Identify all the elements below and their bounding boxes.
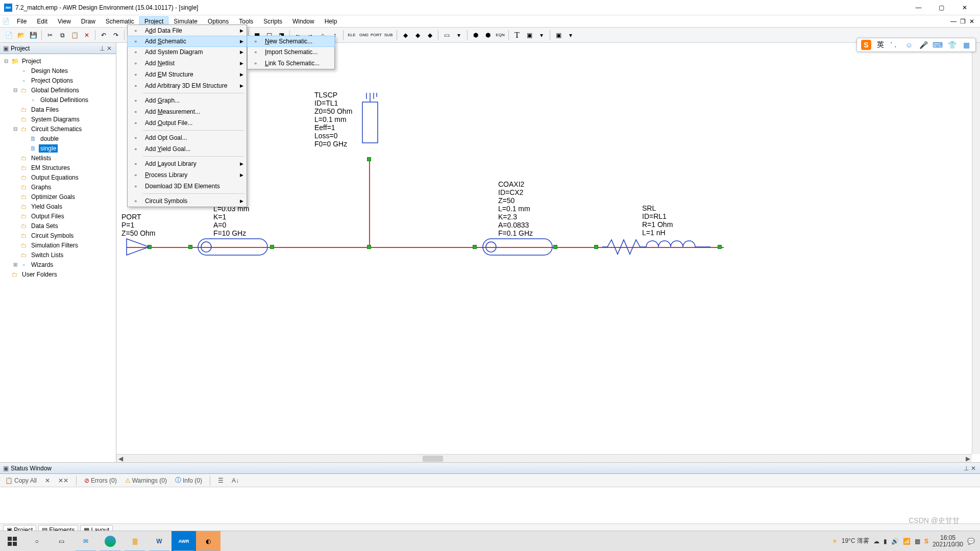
tree-node-output-files[interactable]: 🗀Output Files — [0, 211, 116, 221]
text-button[interactable]: T — [511, 30, 523, 41]
ime-logo-icon[interactable]: S — [861, 40, 871, 50]
close-button[interactable]: ✕ — [953, 0, 976, 15]
toolbar-icon[interactable]: ▾ — [565, 30, 576, 41]
menu-item-add-yield-goal-[interactable]: ▫Add Yield Goal... — [128, 143, 247, 155]
tree-node-netlists[interactable]: 🗀Netlists — [0, 153, 116, 163]
menu-item-add-measurement-[interactable]: ▫Add Measurement... — [128, 106, 247, 117]
tray-wifi-icon[interactable]: 📶 — [903, 538, 911, 545]
tree-node-switch-lists[interactable]: 🗀Switch Lists — [0, 250, 116, 260]
toolbar-icon[interactable]: GND — [358, 30, 370, 41]
cut-button[interactable]: ✂ — [44, 30, 56, 41]
menu-edit[interactable]: Edit — [32, 16, 53, 27]
menu-item-process-library[interactable]: ▫Process Library▶ — [128, 169, 247, 181]
sort-button[interactable]: A↓ — [230, 476, 241, 485]
minimize-button[interactable]: — — [907, 0, 930, 15]
toolbar-icon[interactable]: ▣ — [524, 30, 535, 41]
maximize-button[interactable]: ▢ — [930, 0, 953, 15]
start-button[interactable] — [0, 531, 24, 552]
menu-item-add-em-structure[interactable]: ▫Add EM Structure▶ — [128, 69, 247, 80]
vertical-scrollbar[interactable] — [972, 43, 980, 454]
expand-icon[interactable]: ⊟ — [3, 58, 9, 64]
tree-node-double[interactable]: 🗎double — [0, 134, 116, 143]
menu-item-import-schematic-[interactable]: ▫Import Schematic... — [248, 46, 334, 58]
menu-item-link-to-schematic-[interactable]: ▫Link To Schematic... — [248, 58, 334, 69]
menu-item-add-output-file-[interactable]: ▫Add Output File... — [128, 117, 247, 129]
mdi-minimize-icon[interactable]: — — [949, 18, 958, 25]
toolbar-icon[interactable]: ▾ — [536, 30, 547, 41]
mdi-close-icon[interactable]: ✕ — [968, 18, 976, 25]
tree-node-project-options[interactable]: ▫Project Options — [0, 76, 116, 85]
node[interactable] — [594, 245, 598, 249]
search-button[interactable]: ○ — [24, 531, 49, 552]
ime-keyboard-icon[interactable]: ⌨ — [933, 40, 943, 50]
menu-item-add-graph-[interactable]: ▫Add Graph... — [128, 95, 247, 106]
taskbar-explorer[interactable]: ▇ — [122, 531, 147, 552]
node[interactable] — [367, 245, 371, 249]
tree-node-wizards[interactable]: ⊞▫Wizards — [0, 260, 116, 269]
toolbar-icon[interactable]: ◆ — [412, 30, 423, 41]
expand-icon[interactable]: ⊞ — [12, 262, 18, 267]
tree-node-graphs[interactable]: 🗀Graphs — [0, 182, 116, 192]
menu-help[interactable]: Help — [320, 16, 342, 27]
tree-node-circuit-schematics[interactable]: ⊟🗀Circuit Schematics — [0, 124, 116, 134]
node[interactable] — [188, 245, 192, 249]
menu-file[interactable]: File — [12, 16, 32, 27]
toolbar-icon[interactable]: PORT — [371, 30, 382, 41]
coax1-component[interactable] — [197, 238, 268, 256]
toolbar-icon[interactable]: ▾ — [453, 30, 464, 41]
project-tree[interactable]: ⊟📁Project▫Design Notes▫Project Options⊟🗀… — [0, 54, 116, 462]
ime-punct-icon[interactable]: '， — [890, 40, 900, 50]
ime-emoji-icon[interactable]: ☺ — [904, 40, 914, 50]
toolbar-icon[interactable]: ⬢ — [470, 30, 481, 41]
scroll-right-icon[interactable]: ▶ — [964, 455, 972, 462]
tree-node-em-structures[interactable]: 🗀EM Structures — [0, 163, 116, 172]
taskbar-mail[interactable]: ✉ — [74, 531, 98, 552]
port-component[interactable] — [126, 238, 151, 256]
copy-all-button[interactable]: 📋 Copy All — [3, 476, 39, 485]
menu-item-new-schematic-[interactable]: ▫New Schematic... — [247, 36, 335, 47]
menu-scripts[interactable]: Scripts — [258, 16, 287, 27]
taskbar-awr[interactable]: AWR — [172, 531, 196, 552]
coax2-component[interactable] — [482, 238, 553, 256]
toolbar-icon[interactable]: ELE — [346, 30, 357, 41]
toolbar-icon[interactable]: SUB — [383, 30, 394, 41]
ime-toolbox-icon[interactable]: ▦ — [961, 40, 971, 50]
taskbar-edge[interactable] — [98, 531, 122, 552]
copy-button[interactable]: ⧉ — [57, 30, 68, 41]
tree-node-yield-goals[interactable]: 🗀Yield Goals — [0, 202, 116, 211]
errors-filter[interactable]: ⊘ Errors (0) — [82, 476, 119, 485]
redo-button[interactable]: ↷ — [110, 30, 121, 41]
tree-node-output-equations[interactable]: 🗀Output Equations — [0, 172, 116, 182]
tray-volume-icon[interactable]: 🔊 — [891, 538, 899, 545]
toolbar-icon[interactable]: EQN — [495, 30, 506, 41]
menu-item-add-data-file[interactable]: ▫Add Data File▶ — [128, 25, 247, 36]
menu-item-add-schematic[interactable]: ▫Add Schematic▶ — [127, 36, 247, 47]
ime-skin-icon[interactable]: 👕 — [947, 40, 957, 50]
node[interactable] — [553, 245, 557, 249]
tree-node-user-folders[interactable]: 🗀User Folders — [0, 269, 116, 279]
ime-toolbar[interactable]: S 英 '， ☺ 🎤 ⌨ 👕 ▦ — [856, 38, 976, 52]
menu-view[interactable]: View — [53, 16, 76, 27]
ime-mic-icon[interactable]: 🎤 — [918, 40, 928, 50]
tree-node-data-sets[interactable]: 🗀Data Sets — [0, 221, 116, 231]
taskbar-word[interactable]: W — [147, 531, 172, 552]
menu-item-add-layout-library[interactable]: ▫Add Layout Library▶ — [128, 158, 247, 169]
tree-node-optimizer-goals[interactable]: 🗀Optimizer Goals — [0, 192, 116, 202]
pin-icon[interactable]: ⊥ — [99, 45, 106, 52]
menu-item-add-system-diagram[interactable]: ▫Add System Diagram▶ — [128, 46, 247, 58]
status-close-icon[interactable]: ✕ — [970, 465, 977, 472]
weather-icon[interactable]: ☀ — [832, 538, 838, 545]
taskbar-clock[interactable]: 16:05 2021/10/30 — [933, 535, 963, 548]
menu-item-add-opt-goal-[interactable]: ▫Add Opt Goal... — [128, 132, 247, 143]
tree-node-project[interactable]: ⊟📁Project — [0, 56, 116, 66]
menu-item-add-netlist[interactable]: ▫Add Netlist▶ — [128, 58, 247, 69]
tray-sogou-icon[interactable]: S — [924, 538, 928, 545]
menu-window[interactable]: Window — [287, 16, 320, 27]
toolbar-icon[interactable]: ⬢ — [482, 30, 494, 41]
notifications-icon[interactable]: 💬 — [967, 538, 975, 545]
node[interactable] — [473, 245, 477, 249]
horizontal-scrollbar[interactable]: ◀ ▶ — [116, 454, 972, 462]
expand-icon[interactable]: ⊟ — [12, 126, 18, 132]
weather-text[interactable]: 19°C 薄雾 — [842, 537, 869, 545]
toolbar-icon[interactable]: ◆ — [400, 30, 411, 41]
